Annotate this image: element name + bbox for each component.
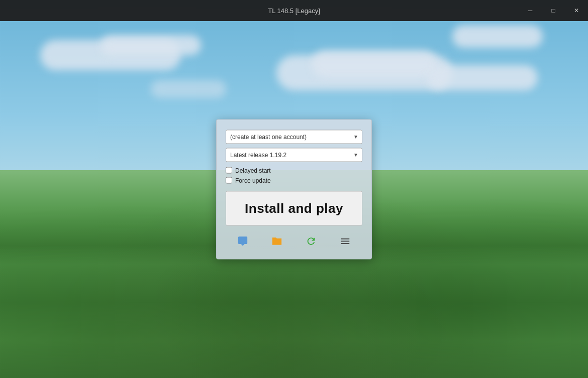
cloud xyxy=(427,65,538,90)
menu-icon xyxy=(340,235,351,246)
version-select[interactable]: Latest release 1.19.2 xyxy=(226,148,362,162)
delayed-start-label[interactable]: Delayed start xyxy=(235,167,271,174)
force-update-row: Force update xyxy=(226,177,362,184)
cloud xyxy=(151,80,226,98)
svg-rect-1 xyxy=(341,240,350,241)
install-play-button[interactable]: Install and play xyxy=(226,191,362,225)
account-select-wrapper: (create at least one account) ▼ xyxy=(226,130,362,144)
force-update-checkbox[interactable] xyxy=(226,177,232,184)
account-select[interactable]: (create at least one account) xyxy=(226,130,362,144)
refresh-icon xyxy=(306,235,317,246)
close-button[interactable]: ✕ xyxy=(565,0,588,21)
cloud xyxy=(452,25,543,48)
menu-button[interactable] xyxy=(334,231,356,250)
window-title: TL 148.5 [Legacy] xyxy=(268,7,320,15)
launcher-dialog: (create at least one account) ▼ Latest r… xyxy=(216,119,372,259)
chat-button[interactable] xyxy=(232,231,254,250)
cloud xyxy=(312,50,437,78)
maximize-button[interactable]: □ xyxy=(542,0,565,21)
folder-button[interactable] xyxy=(266,231,288,250)
bottom-toolbar xyxy=(226,231,362,250)
svg-rect-2 xyxy=(341,243,350,244)
options-section: Delayed start Force update xyxy=(226,167,362,184)
version-select-wrapper: Latest release 1.19.2 ▼ xyxy=(226,148,362,162)
force-update-label[interactable]: Force update xyxy=(235,177,271,184)
minimize-button[interactable]: ─ xyxy=(519,0,542,21)
window-controls: ─ □ ✕ xyxy=(519,0,588,21)
cloud xyxy=(101,35,201,55)
titlebar: TL 148.5 [Legacy] ─ □ ✕ xyxy=(0,0,588,21)
refresh-button[interactable] xyxy=(300,231,322,250)
delayed-start-checkbox[interactable] xyxy=(226,167,232,174)
svg-rect-0 xyxy=(341,238,350,239)
folder-icon xyxy=(271,235,282,246)
delayed-start-row: Delayed start xyxy=(226,167,362,174)
chat-icon xyxy=(237,235,248,246)
